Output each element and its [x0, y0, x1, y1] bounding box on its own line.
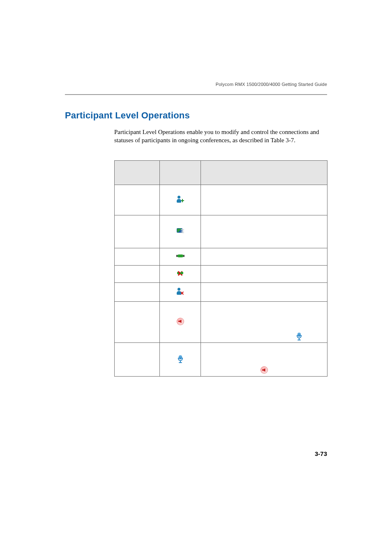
cell-label: [115, 302, 160, 343]
cell-desc: [201, 302, 327, 343]
connect-icon: [176, 253, 184, 259]
cell-desc: [201, 185, 327, 215]
cell-icon: [160, 215, 201, 248]
page-number: 3-73: [315, 450, 327, 457]
details-icon: [177, 227, 184, 235]
cell-desc: [201, 248, 327, 266]
table-row: [115, 185, 327, 215]
running-head: Polycom RMX 1500/2000/4000 Getting Start…: [65, 82, 327, 87]
intro-paragraph: Participant Level Operations enable you …: [114, 128, 327, 144]
table-row: [115, 283, 327, 302]
section-heading: Participant Level Operations: [65, 110, 327, 121]
person-plus-icon: [177, 196, 184, 203]
table-row: [115, 248, 327, 266]
table-header-1: [115, 161, 160, 185]
cell-label: [115, 283, 160, 302]
table-header-2: [160, 161, 201, 185]
cell-desc: [201, 266, 327, 283]
cell-icon: [160, 343, 201, 377]
cell-label: [115, 185, 160, 215]
cell-label: [115, 248, 160, 266]
table-row: [115, 266, 327, 283]
cell-icon: [160, 283, 201, 302]
unmute-icon: [177, 355, 184, 363]
table-header-3: [201, 161, 327, 185]
cell-icon: [160, 248, 201, 266]
person-x-icon: [177, 288, 184, 295]
cell-label: [115, 215, 160, 248]
cell-icon: [160, 302, 201, 343]
unmute-icon: [296, 333, 302, 340]
top-rule: [65, 94, 327, 95]
table-row: [115, 343, 327, 377]
mute-icon: [261, 366, 268, 374]
cell-icon: [160, 185, 201, 215]
disconnect-icon: [176, 270, 184, 277]
page: Polycom RMX 1500/2000/4000 Getting Start…: [0, 0, 392, 555]
cell-desc: [201, 283, 327, 302]
cell-label: [115, 343, 160, 377]
table-header-row: [115, 161, 327, 185]
cell-desc: [201, 343, 327, 377]
table-row: [115, 302, 327, 343]
mute-icon: [177, 318, 184, 325]
cell-desc: [201, 215, 327, 248]
operations-table: [114, 160, 327, 377]
cell-icon: [160, 266, 201, 283]
cell-label: [115, 266, 160, 283]
table-row: [115, 215, 327, 248]
